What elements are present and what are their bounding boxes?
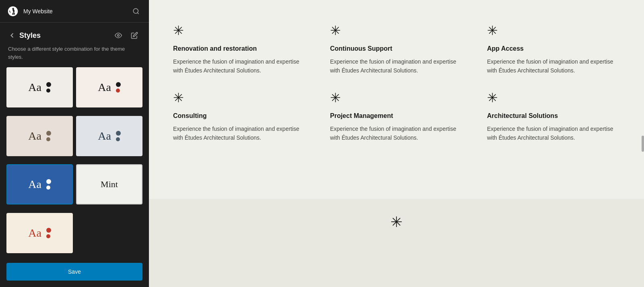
save-button[interactable]: Save — [6, 263, 142, 281]
service-item-2: ✳ Continuous Support Experience the fusi… — [330, 24, 463, 75]
dot-5a — [46, 179, 51, 184]
asterisk-icon-1: ✳ — [173, 24, 306, 37]
footer-asterisk-icon: ✳ — [390, 215, 402, 229]
main-inner: ✳ Renovation and restoration Experience … — [149, 0, 644, 199]
service-title-5: Project Management — [330, 112, 463, 120]
dot-3b — [46, 137, 50, 141]
dot-2a — [116, 82, 121, 87]
service-item-1: ✳ Renovation and restoration Experience … — [173, 24, 306, 75]
preview-button[interactable] — [112, 29, 125, 42]
dot-7a — [46, 228, 51, 233]
services-grid: ✳ Renovation and restoration Experience … — [173, 24, 620, 142]
wp-logo — [6, 5, 19, 18]
service-title-4: Consulting — [173, 112, 306, 120]
card-dots-4 — [116, 131, 121, 141]
styles-header: Styles — [0, 23, 149, 45]
search-icon — [132, 8, 140, 15]
card-aa-2: Aa — [98, 81, 111, 94]
service-desc-6: Experience the fusion of imagination and… — [487, 124, 620, 142]
service-title-1: Renovation and restoration — [173, 45, 306, 52]
edit-button[interactable] — [128, 29, 141, 42]
eye-icon — [115, 32, 122, 39]
svg-point-2 — [118, 35, 120, 37]
service-item-5: ✳ Project Management Experience the fusi… — [330, 91, 463, 142]
style-card-4[interactable]: Aa — [76, 116, 142, 156]
style-card-2[interactable]: Aa — [76, 67, 142, 107]
dot-2b — [116, 89, 120, 93]
styles-description: Choose a different style combination for… — [0, 45, 149, 67]
style-grid: Aa Aa Aa — [0, 67, 149, 258]
service-desc-2: Experience the fusion of imagination and… — [330, 57, 463, 75]
service-desc-4: Experience the fusion of imagination and… — [173, 124, 306, 142]
asterisk-icon-4: ✳ — [173, 91, 306, 104]
dot-4b — [116, 137, 120, 141]
card-dots-5 — [46, 179, 51, 190]
dot-5b — [46, 186, 50, 190]
service-desc-5: Experience the fusion of imagination and… — [330, 124, 463, 142]
asterisk-icon-6: ✳ — [487, 91, 620, 104]
search-button[interactable] — [130, 5, 142, 18]
card-dots-2 — [116, 82, 121, 93]
asterisk-icon-5: ✳ — [330, 91, 463, 104]
asterisk-icon-3: ✳ — [487, 24, 620, 37]
resize-handle[interactable] — [642, 136, 644, 152]
card-aa-1: Aa — [28, 81, 41, 94]
dot-7b — [46, 234, 50, 238]
site-title: My Website — [23, 8, 130, 14]
style-card-mint[interactable]: Mint — [76, 164, 142, 204]
dot-1b — [46, 89, 50, 93]
service-item-4: ✳ Consulting Experience the fusion of im… — [173, 91, 306, 142]
card-aa-3: Aa — [28, 130, 41, 142]
card-dots-7 — [46, 228, 51, 238]
svg-line-1 — [137, 12, 138, 14]
pencil-icon — [131, 32, 138, 39]
style-card-3[interactable]: Aa — [6, 116, 73, 156]
service-title-3: App Access — [487, 45, 620, 52]
card-aa-5: Aa — [28, 178, 41, 191]
styles-title: Styles — [19, 31, 109, 40]
dot-3a — [46, 131, 51, 136]
service-title-6: Architectural Solutions — [487, 112, 620, 120]
back-button[interactable] — [8, 31, 16, 39]
sidebar: My Website Styles Choose a different sty… — [0, 0, 149, 287]
service-item-3: ✳ App Access Experience the fusion of im… — [487, 24, 620, 75]
wordpress-icon — [7, 6, 19, 17]
back-icon — [8, 31, 16, 39]
footer-section: ✳ — [149, 199, 644, 246]
style-card-5[interactable]: Aa — [6, 164, 73, 204]
card-dots-1 — [46, 82, 51, 93]
service-desc-1: Experience the fusion of imagination and… — [173, 57, 306, 75]
top-bar: My Website — [0, 0, 149, 23]
style-card-1[interactable]: Aa — [6, 67, 73, 107]
dot-4a — [116, 131, 121, 136]
card-dots-3 — [46, 131, 51, 141]
card-aa-7: Aa — [28, 227, 41, 240]
dot-1a — [46, 82, 51, 87]
service-item-6: ✳ Architectural Solutions Experience the… — [487, 91, 620, 142]
card-mint-label: Mint — [101, 179, 118, 190]
main-content: ✳ Renovation and restoration Experience … — [149, 0, 644, 287]
asterisk-icon-2: ✳ — [330, 24, 463, 37]
card-aa-4: Aa — [98, 130, 111, 142]
service-title-2: Continuous Support — [330, 45, 463, 52]
svg-point-0 — [133, 8, 138, 13]
style-card-7[interactable]: Aa — [6, 213, 73, 253]
service-desc-3: Experience the fusion of imagination and… — [487, 57, 620, 75]
